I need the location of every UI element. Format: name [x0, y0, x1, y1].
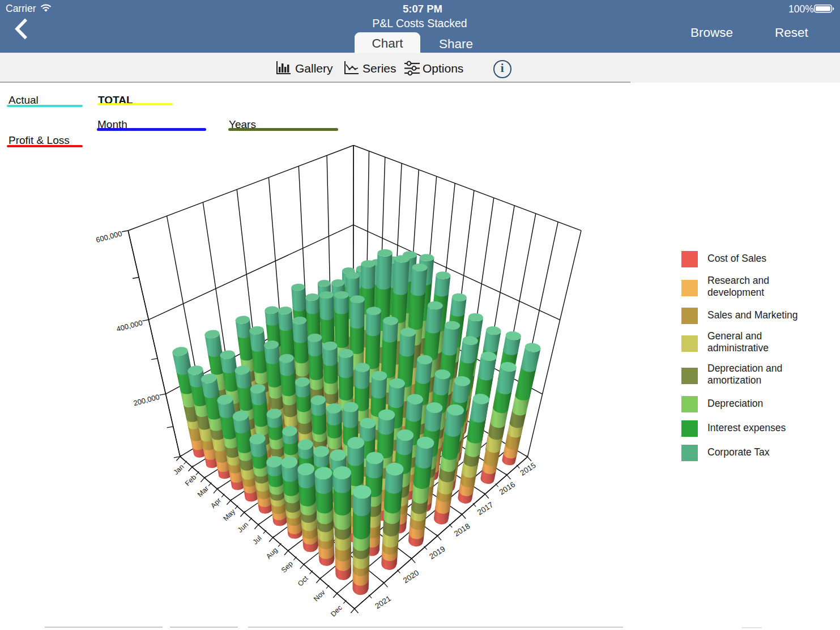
svg-text:Oct: Oct: [296, 574, 310, 588]
svg-text:2020: 2020: [402, 568, 420, 585]
svg-text:Nov: Nov: [312, 588, 327, 603]
svg-text:2016: 2016: [498, 480, 517, 496]
svg-text:Apr: Apr: [209, 496, 223, 510]
svg-text:2021: 2021: [373, 594, 392, 611]
svg-text:2018: 2018: [453, 522, 471, 538]
svg-text:2015: 2015: [518, 461, 537, 477]
svg-text:200,000: 200,000: [133, 393, 160, 408]
svg-text:Jul: Jul: [251, 534, 263, 546]
svg-text:Aug: Aug: [265, 546, 279, 561]
svg-text:May: May: [221, 507, 237, 522]
svg-text:400,000: 400,000: [116, 318, 143, 334]
svg-text:Jan: Jan: [172, 463, 185, 476]
svg-text:Dec: Dec: [329, 604, 344, 619]
svg-text:2017: 2017: [476, 500, 494, 517]
svg-text:Sep: Sep: [280, 560, 295, 574]
svg-text:2019: 2019: [428, 544, 446, 561]
svg-text:Jun: Jun: [236, 521, 250, 534]
svg-text:Mar: Mar: [196, 484, 210, 499]
svg-text:600,000: 600,000: [95, 229, 123, 244]
svg-text:Feb: Feb: [184, 473, 198, 487]
